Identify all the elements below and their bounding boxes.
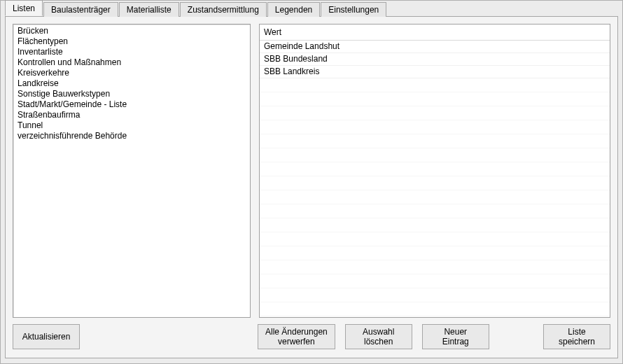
grid-column-header[interactable]: Wert <box>260 24 610 41</box>
table-row[interactable] <box>260 106 610 120</box>
list-item[interactable]: Kontrollen und Maßnahmen <box>16 57 247 68</box>
new-entry-button[interactable]: Neuer Eintrag <box>422 324 489 349</box>
table-row[interactable] <box>260 302 610 316</box>
table-row[interactable] <box>260 204 610 218</box>
table-row[interactable]: Gemeinde Landshut <box>260 41 610 53</box>
refresh-button[interactable]: Aktualisieren <box>13 324 80 349</box>
table-row[interactable] <box>260 260 610 274</box>
list-item[interactable]: Landkreise <box>16 78 247 89</box>
button-row: Aktualisieren Alle Änderungen verwerfen … <box>13 324 610 349</box>
tab-einstellungen[interactable]: Einstellungen <box>321 2 386 17</box>
category-listbox[interactable]: Brücken Flächentypen Inventarliste Kontr… <box>13 24 251 318</box>
list-item[interactable]: Inventarliste <box>16 47 247 57</box>
table-row[interactable] <box>260 78 610 92</box>
content-row: Brücken Flächentypen Inventarliste Kontr… <box>13 24 610 318</box>
save-list-button[interactable]: Liste speichern <box>543 324 610 349</box>
list-item[interactable]: verzeichnisführende Behörde <box>16 131 247 141</box>
tab-listen[interactable]: Listen <box>5 0 43 16</box>
grid-body[interactable]: Gemeinde Landshut SBB Bundesland SBB Lan… <box>260 41 610 317</box>
table-row[interactable] <box>260 162 610 176</box>
table-row[interactable] <box>260 176 610 190</box>
discard-changes-button[interactable]: Alle Änderungen verwerfen <box>258 324 335 349</box>
list-item[interactable]: Tunnel <box>16 120 247 131</box>
values-grid: Wert Gemeinde Landshut SBB Bundesland SB… <box>259 24 610 318</box>
tab-strip: Listen Baulastenträger Materialliste Zus… <box>5 1 618 16</box>
table-row[interactable] <box>260 92 610 106</box>
table-row[interactable] <box>260 148 610 162</box>
tab-zustandsermittlung[interactable]: Zustandsermittlung <box>180 2 267 17</box>
list-item[interactable]: Flächentypen <box>16 36 247 47</box>
table-row[interactable]: SBB Landkreis <box>260 66 610 78</box>
list-item[interactable]: Sonstige Bauwerkstypen <box>16 89 247 99</box>
table-row[interactable] <box>260 316 610 317</box>
tab-materialliste[interactable]: Materialliste <box>119 2 179 17</box>
list-item[interactable]: Brücken <box>16 26 247 36</box>
table-row[interactable] <box>260 190 610 204</box>
tab-baulastentraeger[interactable]: Baulastenträger <box>43 2 118 17</box>
list-item[interactable]: Stadt/Markt/Gemeinde - Liste <box>16 99 247 110</box>
list-item[interactable]: Kreisverkehre <box>16 68 247 78</box>
delete-selection-button[interactable]: Auswahl löschen <box>345 324 412 349</box>
table-row[interactable] <box>260 232 610 246</box>
table-row[interactable] <box>260 246 610 260</box>
table-row[interactable] <box>260 120 610 134</box>
table-row[interactable] <box>260 274 610 288</box>
list-item[interactable]: Straßenbaufirma <box>16 110 247 120</box>
table-row[interactable]: SBB Bundesland <box>260 53 610 66</box>
table-row[interactable] <box>260 134 610 148</box>
settings-window: Listen Baulastenträger Materialliste Zus… <box>0 0 623 364</box>
tab-panel-listen: Brücken Flächentypen Inventarliste Kontr… <box>5 16 618 358</box>
tab-legenden[interactable]: Legenden <box>267 2 320 17</box>
table-row[interactable] <box>260 218 610 232</box>
table-row[interactable] <box>260 288 610 302</box>
